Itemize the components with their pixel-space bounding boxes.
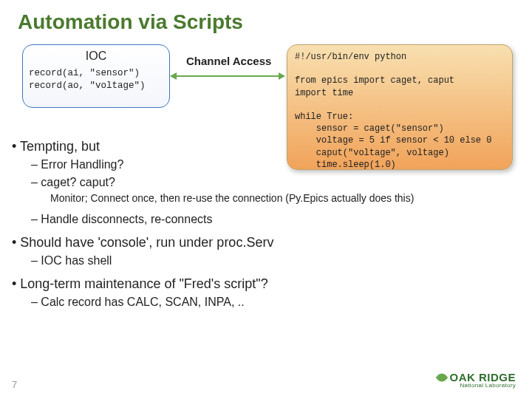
bullet-error-handling: Error Handling? [31, 157, 514, 173]
bullet-text: Tempting, but [20, 139, 100, 154]
logo-sub-text: National Laboratory [437, 383, 516, 389]
ioc-box: IOC record(ai, "sensor") record(ao, "vol… [22, 44, 170, 108]
bullet-caget-caput: caget? caput? [31, 174, 514, 191]
bullet-text: Should have 'console', run under proc.Se… [20, 235, 273, 250]
bullet-disconnects: Handle disconnects, re-connects [31, 211, 514, 228]
bullet-monitor-note: Monitor; Connect once, then re-use the c… [50, 191, 514, 205]
bullet-text: caget? caput? [41, 176, 115, 188]
channel-access-label: Channel Access [186, 55, 271, 67]
ioc-record-2: record(ao, "voltage") [29, 80, 146, 92]
bullet-console: Should have 'console', run under proc.Se… [12, 233, 514, 251]
bullet-calc-record: Calc record has CALC, SCAN, INPA, .. [31, 294, 514, 310]
bullet-text: Error Handling? [41, 158, 123, 171]
bullet-text: Long-term maintenance of "Fred's script"… [20, 276, 267, 291]
bullet-list: Tempting, but Error Handling? caget? cap… [12, 137, 514, 312]
oak-ridge-logo: OAK RIDGE National Laboratory [437, 372, 516, 389]
bullet-tempting: Tempting, but [12, 137, 514, 155]
double-arrow-icon [176, 75, 279, 77]
bullet-text: Monitor; Connect once, then re-use the c… [50, 192, 414, 204]
bullet-text: Calc record has CALC, SCAN, INPA, .. [41, 296, 244, 308]
leaf-icon [436, 372, 449, 384]
bullet-ioc-shell: IOC has shell [31, 253, 514, 269]
slide-title: Automation via Scripts [18, 10, 243, 34]
logo-main-text: OAK RIDGE [437, 372, 516, 383]
bullet-text: IOC has shell [41, 254, 112, 267]
ioc-record-1: record(ai, "sensor") [29, 67, 140, 80]
bullet-maintenance: Long-term maintenance of "Fred's script"… [12, 275, 514, 293]
ioc-header: IOC [86, 50, 106, 63]
bullet-text: Handle disconnects, re-connects [41, 213, 212, 225]
page-number: 7 [12, 379, 17, 390]
